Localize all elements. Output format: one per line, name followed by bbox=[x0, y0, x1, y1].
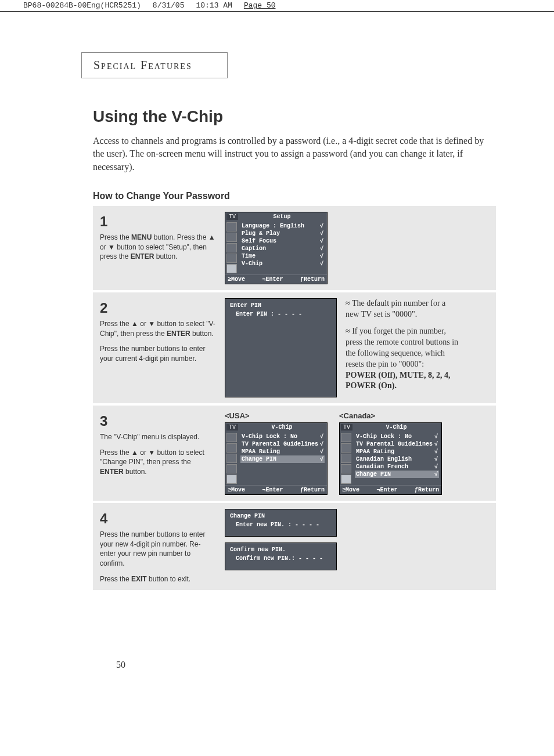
page-number: 50 bbox=[116, 660, 496, 670]
page-title: Using the V-Chip bbox=[93, 107, 496, 126]
step-4-block: 4 Press the number buttons to enter your… bbox=[93, 503, 496, 590]
step-1-block: 1 Press the MENU button. Press the ▲ or … bbox=[93, 206, 496, 290]
note-default-pin: ≈ The default pin number for a new TV se… bbox=[346, 298, 459, 320]
doc-date: 8/31/05 bbox=[153, 1, 185, 10]
osd-vchip-canada-screen: TVV-Chip V-Chip Lock : No√ TV Parental G… bbox=[339, 422, 442, 495]
step-1-text: 1 Press the MENU button. Press the ▲ or … bbox=[100, 212, 216, 284]
doc-time: 10:13 AM bbox=[196, 1, 232, 10]
step-3-block: 3 The "V-Chip" menu is displayed. Press … bbox=[93, 406, 496, 501]
doc-id: BP68-00284B-00Eng(HCR5251) bbox=[23, 1, 141, 10]
step-4-text: 4 Press the number buttons to enter your… bbox=[100, 509, 216, 584]
step-3-number: 3 bbox=[100, 411, 216, 431]
section-label: Special Features bbox=[81, 52, 228, 78]
osd-icon-column bbox=[225, 221, 238, 274]
region-canada-label: <Canada> bbox=[339, 411, 442, 420]
osd-enter-pin-screen: Enter PIN Enter PIN : - - - - bbox=[225, 298, 337, 397]
osd-change-pin-screen: Change PIN Enter new PIN. : - - - - bbox=[225, 509, 337, 537]
step-2-block: 2 Press the ▲ or ▼ button to select "V-C… bbox=[93, 292, 496, 403]
step-2-text: 2 Press the ▲ or ▼ button to select "V-C… bbox=[100, 298, 216, 397]
step-2-number: 2 bbox=[100, 298, 216, 318]
osd-vchip-usa-screen: TVV-Chip V-Chip Lock : No√ TV Parental G… bbox=[225, 422, 328, 495]
note-forgot-pin: ≈ If you forget the pin number, press th… bbox=[346, 326, 459, 392]
osd-setup-screen: TVSetup Language : English√ Plug & Play√… bbox=[225, 212, 328, 284]
step-3-text: 3 The "V-Chip" menu is displayed. Press … bbox=[100, 411, 216, 495]
region-usa-label: <USA> bbox=[225, 411, 328, 420]
intro-paragraph: Access to channels and programs is contr… bbox=[93, 135, 496, 173]
print-header: BP68-00284B-00Eng(HCR5251) 8/31/05 10:13… bbox=[0, 0, 554, 12]
step-4-number: 4 bbox=[100, 509, 216, 529]
subheading: How to Change Your Password bbox=[93, 191, 496, 201]
side-notes: ≈ The default pin number for a new TV se… bbox=[346, 298, 459, 397]
doc-page-label: Page 50 bbox=[244, 1, 276, 10]
osd-confirm-pin-screen: Confirm new PIN. Confirm new PIN.: - - -… bbox=[225, 542, 337, 570]
step-1-number: 1 bbox=[100, 212, 216, 231]
